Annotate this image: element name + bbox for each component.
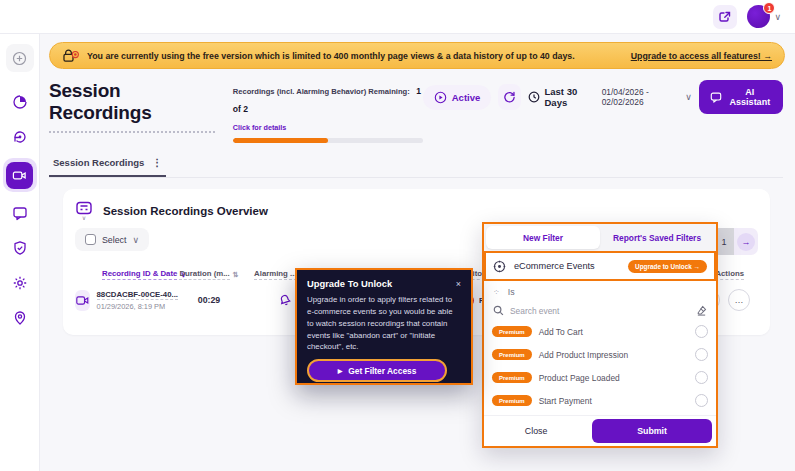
tab-session-recordings[interactable]: Session Recordings ⋮ <box>49 152 166 177</box>
quota-label: Recordings (incl. Alarming Behavior) Rem… <box>233 87 410 96</box>
premium-badge: Premium <box>492 349 532 360</box>
recording-date: 01/29/2026, 8:19 PM <box>97 302 178 311</box>
event-option-row[interactable]: Premium Product Page Loaded <box>490 366 710 389</box>
video-camera-icon <box>12 168 27 183</box>
premium-badge: Premium <box>492 326 532 337</box>
sidebar-add-button[interactable] <box>6 44 34 72</box>
quota-details-link[interactable]: Click for details <box>233 123 287 132</box>
selected-filter-name: eCommerce Events <box>514 261 620 271</box>
recordings-quota: Recordings (incl. Alarming Behavior) Rem… <box>233 80 423 143</box>
close-button[interactable]: Close <box>484 426 588 436</box>
select-label: Select <box>102 235 126 245</box>
chevron-down-icon: ∨ <box>685 92 692 102</box>
sidebar-item-visitors[interactable] <box>6 123 34 151</box>
chevron-down-icon: ∨ <box>132 235 139 245</box>
chat-bubble-icon <box>12 205 28 221</box>
more-actions-button[interactable]: … <box>728 289 750 311</box>
close-icon[interactable]: × <box>456 279 461 289</box>
tab-new-filter[interactable]: New Filter <box>486 226 600 249</box>
card-title: Session Recordings Overview <box>103 205 268 217</box>
cell-duration: 00:29 <box>178 295 240 305</box>
clear-search-icon[interactable] <box>696 305 707 316</box>
next-page-button[interactable]: → <box>737 233 755 251</box>
upgrade-popup: Upgrade To Unlock × Upgrade in order to … <box>295 268 473 385</box>
upgrade-popup-body: Upgrade in order to apply filters relate… <box>307 294 461 353</box>
lock-record-icon <box>62 48 80 63</box>
target-icon <box>493 260 506 273</box>
get-filter-access-button[interactable]: ▶ Get Filter Access <box>307 359 447 382</box>
recorder-icon[interactable]: ∨ <box>75 201 93 220</box>
location-pin-icon <box>12 310 28 326</box>
sidebar-item-privacy[interactable] <box>6 234 34 262</box>
search-input[interactable] <box>510 306 690 316</box>
event-option-row[interactable]: Premium Add To Cart <box>490 320 710 343</box>
column-header-id-date[interactable]: Recording ID & Date ∨ <box>75 269 178 280</box>
recording-id[interactable]: 88CDACBF-00CE-40... <box>97 290 178 300</box>
shield-check-icon <box>12 240 28 256</box>
get-filter-access-label: Get Filter Access <box>348 366 416 376</box>
upgrade-popup-title: Upgrade To Unlock <box>307 278 392 289</box>
period-label: Last 30 Days <box>544 86 594 108</box>
radio-button[interactable] <box>695 348 708 361</box>
premium-badge: Premium <box>492 395 532 406</box>
card-header: ∨ Session Recordings Overview <box>75 201 758 220</box>
sidebar-item-dashboard[interactable] <box>6 88 34 116</box>
share-export-button[interactable] <box>713 5 737 29</box>
sidebar-item-feedback[interactable] <box>6 199 34 227</box>
event-option-row[interactable]: Premium Add Product Impression <box>490 343 710 366</box>
filter-condition: Is <box>508 287 515 297</box>
ai-assistant-button[interactable]: AI Assistant <box>699 80 783 114</box>
active-filter-button[interactable]: Active <box>423 85 492 110</box>
chevron-down-icon: ∨ <box>774 12 781 22</box>
selected-filter-row[interactable]: eCommerce Events Upgrade to Unlock → <box>484 251 716 281</box>
radio-button[interactable] <box>695 394 708 407</box>
submit-button[interactable]: Submit <box>592 419 712 443</box>
select-all-checkbox[interactable] <box>85 234 96 245</box>
sidebar <box>0 34 40 471</box>
date-range-selector[interactable]: 01/04/2026 - 02/02/2026 ∨ <box>602 87 692 107</box>
filter-popup: New Filter Report's Saved Filters eComme… <box>482 222 718 448</box>
tab-label: Session Recordings <box>53 157 144 168</box>
refresh-button[interactable] <box>498 84 521 110</box>
sidebar-item-visitor-location[interactable] <box>6 304 34 332</box>
recording-camera-icon[interactable] <box>75 290 90 311</box>
page-header: Session Recordings Recordings (incl. Ala… <box>49 80 783 143</box>
gear-icon <box>12 275 28 291</box>
period-selector[interactable]: Last 30 Days <box>528 86 594 108</box>
cell-recording-id: 88CDACBF-00CE-40... 01/29/2026, 8:19 PM <box>75 290 178 311</box>
event-options-list: Premium Add To Cart Premium Add Product … <box>484 320 716 415</box>
quota-progress-fill <box>233 138 328 143</box>
avatar[interactable]: 1 <box>747 5 770 28</box>
banner-text: You are currently using the free version… <box>87 51 575 61</box>
date-range-value: 01/04/2026 - 02/02/2026 <box>602 87 683 107</box>
tab-saved-filters[interactable]: Report's Saved Filters <box>600 226 714 249</box>
event-search-row <box>484 303 716 320</box>
radio-button[interactable] <box>695 325 708 338</box>
select-dropdown[interactable]: Select ∨ <box>75 228 149 251</box>
active-label: Active <box>452 92 481 103</box>
radio-button[interactable] <box>695 371 708 384</box>
drag-handle-icon[interactable]: ⁘ <box>493 288 501 297</box>
sort-icon[interactable]: ⇅ <box>233 271 239 279</box>
refresh-icon <box>503 91 516 104</box>
sidebar-item-session-recordings-active[interactable] <box>3 158 37 192</box>
column-header-duration[interactable]: Duration (m... ⇅ <box>178 269 240 280</box>
event-option-label: Product Page Loaded <box>539 373 695 383</box>
pie-chart-icon <box>12 94 28 110</box>
header-controls: Active Last 30 Days 01/04/2026 - 02/02/2… <box>423 80 783 114</box>
external-link-icon <box>719 11 731 23</box>
filter-condition-row[interactable]: ⁘ Is <box>484 281 716 303</box>
kebab-menu-icon[interactable]: ⋮ <box>152 157 162 168</box>
ellipsis-icon: … <box>735 295 744 305</box>
event-option-row[interactable]: Premium Start Payment <box>490 389 710 412</box>
upgrade-to-unlock-pill[interactable]: Upgrade to Unlock → <box>628 260 707 273</box>
clock-icon <box>528 91 540 103</box>
user-menu[interactable]: 1 ∨ <box>747 5 781 28</box>
quota-progress-bar <box>233 138 423 143</box>
sidebar-item-settings[interactable] <box>6 269 34 297</box>
alarm-bell-icon <box>279 294 291 306</box>
filter-popup-footer: Close Submit <box>484 415 716 446</box>
play-circle-icon <box>434 91 447 104</box>
page-title: Session Recordings <box>49 80 215 133</box>
upgrade-link[interactable]: Upgrade to access all features! → <box>631 51 772 61</box>
